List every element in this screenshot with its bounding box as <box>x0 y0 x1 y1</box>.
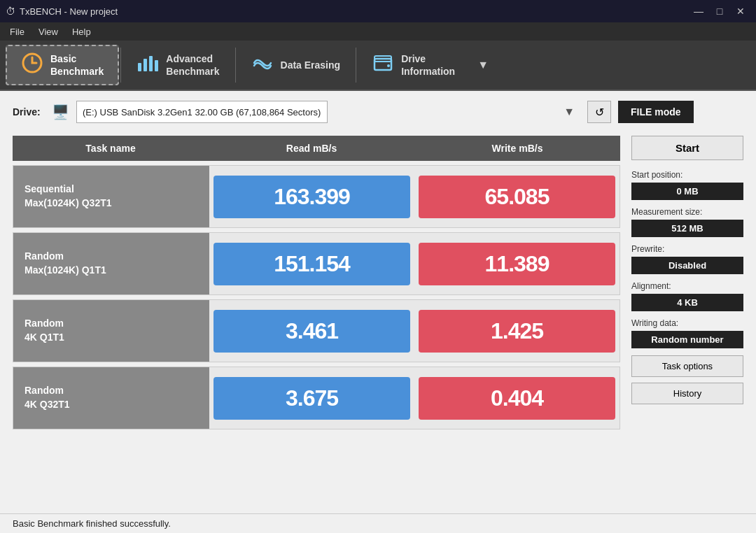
drive-label: Drive: <box>13 106 45 118</box>
measurement-size-label: Measurement size: <box>631 207 743 217</box>
minimize-button[interactable]: — <box>689 3 708 20</box>
prewrite-label: Prewrite: <box>631 244 743 254</box>
drive-dropdown-arrow: ▼ <box>564 106 575 118</box>
start-position-label: Start position: <box>631 170 743 180</box>
write-value-1: 11.389 <box>419 243 615 285</box>
menu-bar: File View Help <box>0 22 756 41</box>
svg-rect-4 <box>155 60 158 71</box>
read-value-2: 3.461 <box>214 310 410 353</box>
menu-view[interactable]: View <box>31 24 65 39</box>
benchmark-row-1: RandomMax(1024K) Q1T1 151.154 11.389 <box>13 232 620 295</box>
writing-data-label: Writing data: <box>631 318 743 328</box>
maximize-button[interactable]: □ <box>710 3 729 20</box>
drive-select[interactable]: (E:) USB SanDisk 3.2Gen1 32.00 GB (67,10… <box>76 101 328 123</box>
advanced-benchmark-icon <box>136 53 159 78</box>
drive-information-icon <box>372 53 394 78</box>
history-button[interactable]: History <box>631 383 743 404</box>
start-position-value: 0 MB <box>631 183 743 200</box>
toolbar-sep-3 <box>356 48 356 83</box>
toolbar-sep-2 <box>235 48 236 83</box>
read-value-1: 151.154 <box>214 243 410 285</box>
more-tabs-arrow[interactable]: ▼ <box>469 45 497 85</box>
write-value-3: 0.404 <box>419 377 615 420</box>
task-name-0: SequentialMax(1024K) Q32T1 <box>13 166 209 227</box>
status-bar: Basic Benchmark finished successfully. <box>0 513 756 533</box>
title-bar: ⏱ TxBENCH - New project — □ ✕ <box>0 0 756 22</box>
writing-data-value: Random number <box>631 331 743 348</box>
menu-help[interactable]: Help <box>65 24 98 39</box>
basic-benchmark-label-line2: Benchmark <box>50 65 104 78</box>
right-panel: Start Start position: 0 MB Measurement s… <box>631 136 743 434</box>
header-write: Write mB/s <box>414 136 620 161</box>
header-read: Read mB/s <box>209 136 414 161</box>
benchmark-row-2: Random4K Q1T1 3.461 1.425 <box>13 299 620 362</box>
refresh-icon: ↺ <box>595 106 604 119</box>
tab-drive-information[interactable]: Drive Information <box>358 45 469 85</box>
benchmark-area: Task name Read mB/s Write mB/s Sequentia… <box>13 136 743 434</box>
file-mode-button[interactable]: FILE mode <box>618 101 694 123</box>
drive-icon: 🖥️ <box>52 104 69 120</box>
app-icon: ⏱ <box>6 6 15 17</box>
toolbar-sep-1 <box>120 48 121 83</box>
benchmark-table-container: Task name Read mB/s Write mB/s Sequentia… <box>13 136 620 434</box>
window-controls: — □ ✕ <box>689 3 750 20</box>
window-title: TxBENCH - New project <box>20 6 689 17</box>
data-erasing-icon <box>251 53 274 78</box>
alignment-value: 4 KB <box>631 294 743 311</box>
measurement-size-value: 512 MB <box>631 220 743 237</box>
read-value-3: 3.675 <box>214 377 410 420</box>
basic-benchmark-icon <box>21 52 43 79</box>
svg-rect-2 <box>144 59 147 71</box>
svg-rect-3 <box>149 56 153 71</box>
prewrite-value: Disabled <box>631 257 743 274</box>
close-button[interactable]: ✕ <box>731 3 750 20</box>
toolbar: Basic Benchmark Advanced Benchmark <box>0 41 756 91</box>
tab-data-erasing[interactable]: Data Erasing <box>237 45 355 85</box>
benchmark-row-3: Random4K Q32T1 3.675 0.404 <box>13 367 620 429</box>
alignment-label: Alignment: <box>631 281 743 291</box>
write-value-2: 1.425 <box>419 310 615 353</box>
advanced-benchmark-label-line1: Advanced <box>166 52 219 65</box>
benchmark-table-header: Task name Read mB/s Write mB/s <box>13 136 620 161</box>
header-task-name: Task name <box>13 136 209 161</box>
basic-benchmark-label-line1: Basic <box>50 52 104 65</box>
task-options-button[interactable]: Task options <box>631 355 743 377</box>
svg-point-7 <box>387 64 390 67</box>
read-value-0: 163.399 <box>214 176 410 218</box>
tab-advanced-benchmark[interactable]: Advanced Benchmark <box>122 45 233 85</box>
benchmark-row-0: SequentialMax(1024K) Q32T1 163.399 65.08… <box>13 165 620 228</box>
svg-rect-1 <box>138 63 141 71</box>
drive-refresh-button[interactable]: ↺ <box>587 101 611 123</box>
tab-basic-benchmark[interactable]: Basic Benchmark <box>6 45 119 85</box>
data-erasing-label: Data Erasing <box>281 59 341 71</box>
task-name-1: RandomMax(1024K) Q1T1 <box>13 233 209 294</box>
drive-info-label-line2: Information <box>401 65 455 78</box>
advanced-benchmark-label-line2: Benchmark <box>166 65 219 78</box>
drive-info-label-line1: Drive <box>401 52 455 65</box>
status-text: Basic Benchmark finished successfully. <box>13 518 171 529</box>
drive-selector-wrapper: (E:) USB SanDisk 3.2Gen1 32.00 GB (67,10… <box>76 101 580 123</box>
task-name-3: Random4K Q32T1 <box>13 367 209 429</box>
svg-rect-5 <box>374 59 391 70</box>
start-button[interactable]: Start <box>631 136 743 160</box>
menu-file[interactable]: File <box>3 24 31 39</box>
content-area: Drive: 🖥️ (E:) USB SanDisk 3.2Gen1 32.00… <box>0 91 756 533</box>
drive-row: Drive: 🖥️ (E:) USB SanDisk 3.2Gen1 32.00… <box>13 101 743 123</box>
write-value-0: 65.085 <box>419 176 615 218</box>
task-name-2: Random4K Q1T1 <box>13 300 209 362</box>
